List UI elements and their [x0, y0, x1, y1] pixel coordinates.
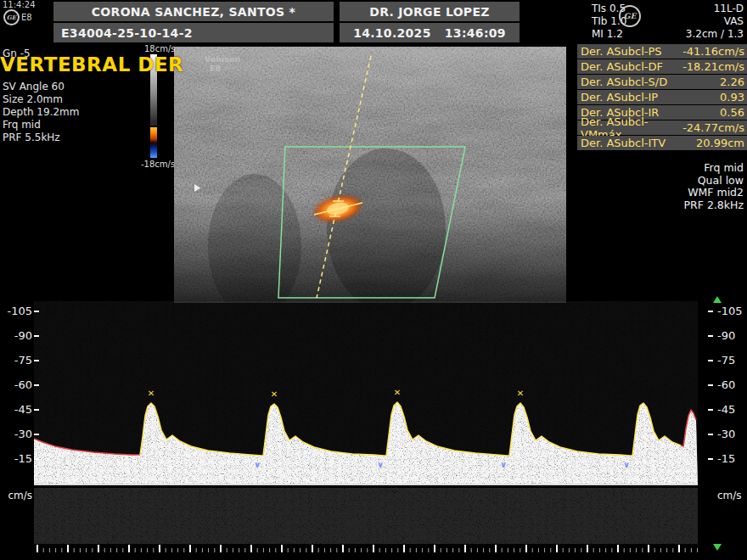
pw-parameter-list2: SV Angle 60 Size 2.0mm Depth 19.2mm Frq …	[3, 81, 79, 144]
svg-text:✕: ✕	[271, 389, 278, 399]
svg-text:∨: ∨	[623, 460, 630, 469]
preset-name: VAS	[686, 15, 744, 28]
measure-value: 0.93	[720, 91, 744, 104]
ge-logo-icon: GE	[3, 9, 20, 25]
unit-label-left: cm/s	[5, 490, 32, 501]
measure-value: 20.99cm	[696, 137, 744, 149]
velocity-scale-top: 18cm/s	[144, 44, 176, 53]
exam-id: E34004-25-10-14-2	[61, 26, 193, 40]
y-tick-left: -90	[3, 329, 32, 342]
pw-qual: Qual low	[684, 175, 744, 188]
measurement-results-panel: Der. ASubcl-PS -41.16cm/s Der. ASubcl-DF…	[577, 44, 747, 150]
svg-text:∨: ∨	[500, 460, 507, 469]
depth-scale: 3.2cm / 1.3	[686, 28, 744, 41]
patient-name: CORONA SANCHEZ, SANTOS *	[92, 5, 295, 19]
y-tick-left: -30	[3, 428, 32, 440]
svg-text:✕: ✕	[394, 388, 401, 397]
ge-logo-large-icon: GE	[619, 5, 641, 27]
measure-label: Der. ASubcl-IP	[581, 91, 658, 104]
svg-text:✕: ✕	[517, 389, 524, 398]
pw-wmf: WMF mid2	[684, 187, 744, 199]
machine-brand-label: Voluson	[205, 54, 241, 64]
y-tick-right: -30	[717, 428, 746, 440]
velocity-scale-bottom: -18cm/s	[141, 160, 175, 169]
probe-model-small: E8	[21, 13, 32, 22]
measure-value: -41.16cm/s	[682, 45, 744, 58]
exam-annotation: VERTEBRAL DER	[0, 53, 183, 76]
sv-depth: Depth 19.2mm	[3, 106, 79, 119]
y-tick-left: -75	[3, 354, 32, 367]
y-tick-left: -45	[3, 403, 32, 416]
patient-name-bar: CORONA SANCHEZ, SANTOS *	[53, 2, 334, 21]
measurement-row: Der. ASubcl-DF -18.21cm/s	[577, 59, 747, 74]
y-tick-right: -45	[717, 403, 746, 416]
measurement-row: Der. ASubcl-PS -41.16cm/s	[577, 44, 747, 59]
measure-label: Der. ASubcl-S/D	[581, 76, 667, 88]
exam-id-bar: E34004-25-10-14-2	[53, 23, 334, 42]
ge-monogram: GE	[7, 14, 16, 21]
measure-value: 0.56	[720, 106, 744, 119]
measurement-row: Der. ASubcl-S/D 2.26	[577, 75, 747, 89]
measurement-row: Der. ASubcl-ITV 20.99cm	[577, 136, 747, 150]
probe-preset-block: 11L-D VAS 3.2cm / 1.3	[686, 3, 744, 41]
exam-date: 14.10.2025	[353, 26, 431, 40]
datetime-bar: 14.10.2025 13:46:09	[340, 23, 520, 42]
sv-size: Size 2.0mm	[3, 93, 79, 106]
sv-angle: SV Angle 60	[3, 81, 79, 93]
color-doppler-bar	[150, 127, 157, 158]
unit-label-right: cm/s	[717, 490, 742, 501]
pw-prf: PRF 2.8kHz	[684, 199, 744, 212]
measurement-row: Der. ASubcl-VMmáx -24.77cm/s	[577, 120, 747, 135]
measure-value: -24.77cm/s	[682, 121, 744, 134]
mechanical-index: MI 1.2	[592, 28, 626, 41]
pw-settings-block: Frq mid Qual low WMF mid2 PRF 2.8kHz	[684, 162, 744, 211]
physician-name: DR. JORGE LOPEZ	[369, 5, 489, 19]
measure-value: 2.26	[720, 76, 744, 88]
physician-name-bar: DR. JORGE LOPEZ	[340, 2, 520, 21]
pw-frq: Frq mid	[684, 162, 744, 175]
measure-label: Der. ASubcl-PS	[581, 45, 662, 58]
y-tick-right: -90	[717, 329, 746, 342]
probe-name: 11L-D	[686, 3, 744, 15]
system-clock: 11:4:24	[3, 0, 36, 9]
y-tick-right: -60	[717, 378, 746, 391]
measure-value: -18.21cm/s	[682, 60, 744, 73]
measurement-row: Der. ASubcl-IP 0.93	[577, 90, 747, 104]
frq-setting: Frq mid	[3, 119, 79, 132]
cine-marker-top-icon[interactable]	[713, 296, 722, 303]
prf-setting: PRF 5.5kHz	[3, 132, 79, 144]
y-tick-left: -105	[3, 305, 32, 317]
cine-marker-bottom-icon[interactable]	[713, 544, 722, 551]
ultrasound-screen: 11:4:24 GE E8 CORONA SANCHEZ, SANTOS * D…	[0, 0, 747, 560]
y-tick-right: -75	[717, 354, 746, 367]
y-tick-left: -15	[3, 452, 32, 465]
svg-text:∨: ∨	[377, 460, 384, 469]
y-tick-right: -15	[717, 452, 746, 465]
machine-model-label: E8	[210, 64, 221, 73]
ge-monogram-large: GE	[624, 12, 637, 20]
svg-text:∨: ∨	[254, 460, 261, 469]
measure-label: Der. ASubcl-ITV	[581, 137, 666, 149]
bmode-image: Voluson E8	[174, 47, 566, 303]
spectral-doppler-display: ✕✕✕✕∨∨∨∨	[34, 301, 713, 560]
y-tick-left: -60	[3, 378, 32, 391]
measure-label: Der. ASubcl-DF	[581, 60, 663, 73]
y-tick-right: -105	[717, 305, 746, 317]
svg-text:✕: ✕	[148, 389, 154, 398]
exam-time: 13:46:09	[445, 26, 506, 40]
